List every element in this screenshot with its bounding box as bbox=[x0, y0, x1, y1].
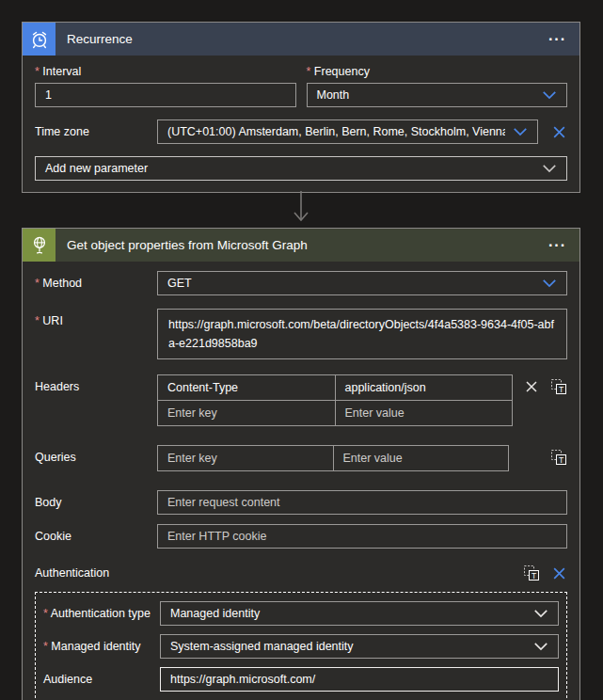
svg-text:T: T bbox=[559, 455, 563, 465]
authentication-type-label: Authentication type bbox=[43, 607, 160, 620]
chevron-down-icon bbox=[533, 642, 548, 651]
header-value-input[interactable]: Enter value bbox=[335, 401, 513, 425]
logic-app-designer-canvas: Recurrence ··· Interval Frequency Month bbox=[0, 0, 603, 700]
body-input[interactable] bbox=[157, 490, 567, 515]
body-label: Body bbox=[35, 496, 157, 509]
header-key-input[interactable]: Content-Type bbox=[158, 375, 335, 400]
close-icon bbox=[551, 565, 567, 581]
headers-key-value-grid: Content-Type application/json Enter key … bbox=[157, 374, 513, 426]
header-key-input[interactable]: Enter key bbox=[158, 401, 335, 425]
interval-input[interactable] bbox=[35, 83, 296, 107]
header-value-input[interactable]: application/json bbox=[335, 375, 513, 400]
switch-to-text-icon: T bbox=[550, 449, 567, 466]
frequency-value: Month bbox=[317, 88, 350, 102]
add-new-parameter-dropdown[interactable]: Add new parameter bbox=[35, 156, 567, 181]
authentication-group: Authentication type Managed identity Man… bbox=[35, 592, 567, 700]
alarm-clock-icon bbox=[23, 23, 56, 56]
globe-http-icon bbox=[23, 229, 56, 262]
cookie-label: Cookie bbox=[35, 530, 157, 543]
svg-text:T: T bbox=[559, 385, 563, 394]
query-value-input[interactable]: Enter value bbox=[333, 446, 509, 470]
authentication-type-value: Managed identity bbox=[170, 607, 260, 620]
headers-switch-to-text-button[interactable]: T bbox=[550, 378, 567, 395]
cookie-input[interactable] bbox=[157, 524, 567, 549]
chevron-down-icon bbox=[513, 127, 528, 136]
method-value: GET bbox=[167, 277, 192, 290]
chevron-down-icon bbox=[533, 609, 548, 618]
managed-identity-dropdown[interactable]: System-assigned managed identity bbox=[160, 634, 559, 659]
authentication-type-dropdown[interactable]: Managed identity bbox=[160, 601, 559, 626]
headers-remove-row-button[interactable] bbox=[524, 379, 539, 394]
connector-arrow bbox=[292, 190, 310, 226]
method-dropdown[interactable]: GET bbox=[157, 271, 567, 295]
headers-label: Headers bbox=[35, 374, 157, 426]
queries-label: Queries bbox=[35, 445, 157, 471]
audience-input[interactable] bbox=[160, 667, 559, 692]
managed-identity-value: System-assigned managed identity bbox=[170, 640, 354, 653]
uri-input[interactable]: https://graph.microsoft.com/beta/directo… bbox=[157, 309, 567, 359]
managed-identity-label: Managed identity bbox=[43, 640, 160, 653]
http-action-card: Get object properties from Microsoft Gra… bbox=[22, 228, 580, 700]
switch-to-text-icon: T bbox=[550, 378, 567, 395]
audience-label: Audience bbox=[43, 673, 160, 686]
chevron-down-icon bbox=[542, 278, 557, 288]
method-label: Method bbox=[35, 277, 157, 290]
authentication-switch-to-text-button[interactable]: T bbox=[523, 565, 540, 581]
http-card-body: Method GET URI https://graph.microsoft.c… bbox=[23, 262, 579, 700]
close-icon bbox=[524, 379, 539, 394]
recurrence-card-header[interactable]: Recurrence ··· bbox=[23, 23, 579, 56]
authentication-remove-button[interactable] bbox=[551, 565, 567, 581]
recurrence-card: Recurrence ··· Interval Frequency Month bbox=[22, 22, 580, 193]
recurrence-card-title: Recurrence bbox=[67, 32, 545, 46]
http-more-options-button[interactable]: ··· bbox=[545, 238, 570, 253]
timezone-value: (UTC+01:00) Amsterdam, Berlin, Bern, Rom… bbox=[167, 125, 505, 138]
required-asterisk bbox=[43, 607, 51, 620]
switch-to-text-icon: T bbox=[523, 565, 540, 581]
interval-label: Interval bbox=[35, 65, 296, 78]
chevron-down-icon bbox=[542, 90, 557, 100]
timezone-remove-button[interactable] bbox=[551, 124, 567, 140]
timezone-dropdown[interactable]: (UTC+01:00) Amsterdam, Berlin, Bern, Rom… bbox=[157, 119, 538, 144]
timezone-label: Time zone bbox=[35, 125, 157, 138]
queries-key-value-grid: Enter key Enter value bbox=[157, 445, 509, 471]
close-icon bbox=[551, 124, 567, 140]
add-new-parameter-label: Add new parameter bbox=[45, 162, 148, 175]
required-asterisk bbox=[307, 65, 314, 78]
frequency-label: Frequency bbox=[307, 65, 568, 78]
authentication-label: Authentication bbox=[35, 566, 523, 580]
http-card-header[interactable]: Get object properties from Microsoft Gra… bbox=[23, 229, 579, 262]
query-key-input[interactable]: Enter key bbox=[158, 446, 333, 470]
queries-switch-to-text-button[interactable]: T bbox=[550, 449, 567, 466]
chevron-down-icon bbox=[542, 164, 557, 173]
http-card-title: Get object properties from Microsoft Gra… bbox=[67, 238, 545, 252]
recurrence-card-body: Interval Frequency Month Time zone bbox=[23, 56, 579, 192]
recurrence-more-options-button[interactable]: ··· bbox=[545, 32, 570, 47]
uri-label: URI bbox=[35, 309, 157, 359]
svg-text:T: T bbox=[532, 571, 536, 581]
frequency-dropdown[interactable]: Month bbox=[307, 83, 568, 107]
